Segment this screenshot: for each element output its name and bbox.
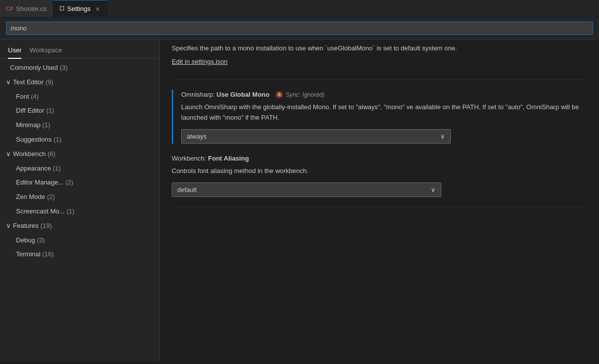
debug-label: Debug: [16, 236, 37, 244]
features-label: Features: [13, 222, 40, 229]
edit-in-settings-json-link[interactable]: Edit in settings.json: [172, 58, 228, 65]
screencast-mode-label: Screencast Mo...: [16, 207, 66, 215]
search-bar-container: [0, 17, 599, 39]
minimap-label: Minimap: [16, 121, 42, 129]
expand-icon-features: ∨: [6, 222, 11, 229]
sidebar-item-suggestions[interactable]: Suggestions (1): [0, 133, 159, 147]
sidebar-item-font[interactable]: Font (4): [0, 90, 159, 104]
sidebar-item-features[interactable]: ∨Features (19): [0, 219, 159, 233]
omnisharp-use-global-mono-block: Omnisharp: Use Global Mono 🔕 Sync: Ignor…: [172, 90, 587, 144]
tab-shooter-label: Shooter.cs: [16, 5, 46, 12]
omnisharp-bold: Use Global Mono: [217, 91, 270, 98]
sidebar-item-commonly-used[interactable]: Commonly Used (3): [0, 61, 159, 75]
sidebar-content: Commonly Used (3) ∨Text Editor (9) Font …: [0, 59, 159, 264]
zen-mode-label: Zen Mode: [16, 193, 47, 200]
tab-workspace[interactable]: Workspace: [29, 43, 62, 59]
font-aliasing-bold: Font Aliasing: [208, 155, 249, 162]
search-input[interactable]: [6, 21, 593, 35]
sidebar-item-diff-editor[interactable]: Diff Editor (1): [0, 104, 159, 118]
sidebar: User Workspace Commonly Used (3) ∨Text E…: [0, 39, 160, 361]
diff-editor-label: Diff Editor: [16, 107, 46, 114]
font-aliasing-dropdown[interactable]: default ∨: [172, 182, 441, 197]
font-aliasing-title: Workbench: Font Aliasing: [172, 154, 587, 164]
sidebar-item-editor-manage[interactable]: Editor Manage... (2): [0, 176, 159, 190]
expand-icon-workbench: ∨: [6, 150, 11, 158]
sidebar-item-minimap[interactable]: Minimap (1): [0, 118, 159, 133]
tab-bar: C# Shooter.cs ☐ Settings ×: [0, 0, 599, 17]
workbench-label: Workbench: [13, 150, 47, 158]
omnisharp-dropdown-arrow: ∨: [440, 133, 445, 140]
tab-settings[interactable]: ☐ Settings ×: [53, 0, 108, 17]
font-label: Font: [16, 93, 31, 100]
omnisharp-dropdown-value: always: [187, 133, 207, 140]
terminal-label: Terminal: [16, 250, 42, 258]
workbench-prefix: Workbench:: [172, 155, 208, 162]
sync-text: Sync: Ignored): [286, 91, 324, 98]
omnisharp-dropdown[interactable]: always ∨: [181, 129, 451, 144]
tab-settings-label: Settings: [67, 5, 91, 12]
font-aliasing-dropdown-value: default: [177, 186, 197, 193]
omnisharp-body: Launch OmniSharp with the globally-insta…: [181, 102, 587, 123]
sidebar-item-debug[interactable]: Debug (3): [0, 233, 159, 248]
workbench-font-aliasing-block: Workbench: Font Aliasing Controls font a…: [172, 154, 587, 207]
appearance-label: Appearance: [16, 165, 53, 172]
top-desc-text: Specifies the path to a mono installatio…: [172, 43, 587, 54]
sidebar-item-appearance[interactable]: Appearance (1): [0, 162, 159, 176]
csharp-icon: C#: [6, 5, 13, 11]
font-aliasing-body: Controls font aliasing method in the wor…: [172, 166, 587, 177]
sidebar-item-screencast-mode[interactable]: Screencast Mo... (1): [0, 204, 159, 219]
close-settings-tab[interactable]: ×: [93, 5, 101, 13]
suggestions-label: Suggestions: [16, 136, 53, 143]
top-description-block: Specifies the path to a mono installatio…: [172, 39, 587, 80]
sidebar-item-workbench[interactable]: ∨Workbench (6): [0, 147, 159, 162]
sidebar-item-terminal[interactable]: Terminal (16): [0, 247, 159, 262]
commonly-used-label: Commonly Used: [10, 64, 60, 71]
editor-manage-label: Editor Manage...: [16, 179, 65, 186]
sync-icon: 🔕: [276, 91, 283, 98]
font-aliasing-dropdown-arrow: ∨: [431, 186, 436, 193]
content-area: Specifies the path to a mono installatio…: [160, 39, 599, 361]
expand-icon-text-editor: ∨: [6, 78, 11, 86]
settings-file-icon: ☐: [59, 5, 64, 12]
text-editor-label: Text Editor: [13, 78, 45, 86]
tab-shooter[interactable]: C# Shooter.cs: [0, 0, 53, 17]
settings-tabs: User Workspace: [0, 39, 159, 59]
tab-user[interactable]: User: [8, 43, 21, 59]
sidebar-item-text-editor[interactable]: ∨Text Editor (9): [0, 75, 159, 90]
omnisharp-prefix: Omnisharp:: [181, 91, 217, 98]
omnisharp-title: Omnisharp: Use Global Mono 🔕 Sync: Ignor…: [181, 90, 587, 100]
sidebar-item-zen-mode[interactable]: Zen Mode (2): [0, 190, 159, 204]
